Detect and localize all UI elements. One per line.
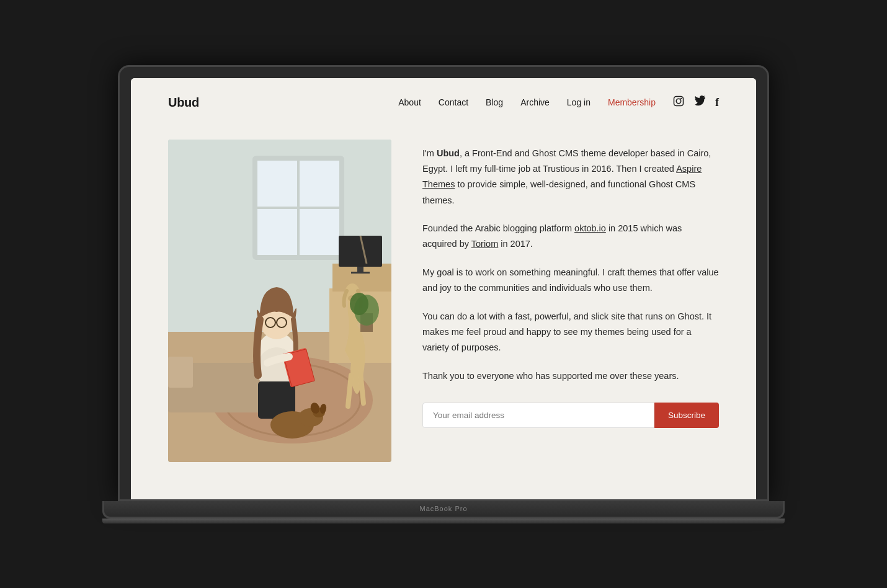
bio-paragraph-4: You can do a lot with a fast, powerful, … xyxy=(422,309,719,356)
svg-line-33 xyxy=(348,375,351,406)
laptop-hinge xyxy=(102,519,785,523)
svg-point-37 xyxy=(350,293,368,315)
nav-link-contact[interactable]: Contact xyxy=(439,97,468,107)
svg-rect-0 xyxy=(674,96,684,105)
laptop-model: MacBook Pro xyxy=(419,505,467,512)
profile-image xyxy=(168,140,391,462)
bio-name-bold: Ubud xyxy=(437,148,460,158)
nav-item-archive[interactable]: Archive xyxy=(520,97,550,108)
nav-item-membership[interactable]: Membership xyxy=(608,97,656,108)
nav-link-blog[interactable]: Blog xyxy=(486,97,503,107)
screen-inner: Ubud About Contact Blog Archive xyxy=(131,78,756,499)
nav-item-login[interactable]: Log in xyxy=(567,97,591,108)
nav-link-about[interactable]: About xyxy=(398,97,421,107)
bio-paragraph-5: Thank you to everyone who has supported … xyxy=(422,368,719,384)
nav-item-about[interactable]: About xyxy=(398,97,421,108)
nav-icons: f xyxy=(673,96,719,110)
svg-rect-16 xyxy=(351,272,370,274)
svg-rect-15 xyxy=(357,267,363,272)
laptop-wrapper: Ubud About Contact Blog Archive xyxy=(102,65,785,523)
twitter-icon[interactable] xyxy=(694,96,705,110)
bio-paragraph-3: My goal is to work on something meaningf… xyxy=(422,265,719,296)
main-content: I'm Ubud, a Front-End and Ghost CMS them… xyxy=(131,127,756,499)
site-logo[interactable]: Ubud xyxy=(168,96,199,110)
aspire-themes-link[interactable]: Aspire Themes xyxy=(422,164,702,189)
bio-paragraph-1: I'm Ubud, a Front-End and Ghost CMS them… xyxy=(422,146,719,209)
nav-link-membership[interactable]: Membership xyxy=(608,97,656,107)
bio-content: I'm Ubud, a Front-End and Ghost CMS them… xyxy=(422,140,719,429)
toriom-link[interactable]: Toriom xyxy=(471,239,499,249)
laptop-screen: Ubud About Contact Blog Archive xyxy=(118,65,769,501)
nav-item-contact[interactable]: Contact xyxy=(439,97,468,108)
nav-links: About Contact Blog Archive Log in xyxy=(398,97,656,108)
svg-point-2 xyxy=(680,97,682,99)
subscribe-form: Subscribe xyxy=(422,403,719,428)
svg-line-34 xyxy=(360,372,363,403)
nav-link-archive[interactable]: Archive xyxy=(520,97,550,107)
svg-point-1 xyxy=(676,99,681,104)
facebook-icon[interactable]: f xyxy=(715,97,719,108)
oktob-link[interactable]: oktob.io xyxy=(574,223,606,233)
instagram-icon[interactable] xyxy=(673,96,684,110)
svg-rect-19 xyxy=(168,357,193,388)
email-input[interactable] xyxy=(422,403,654,428)
svg-rect-14 xyxy=(339,236,382,267)
laptop-base: MacBook Pro xyxy=(102,501,785,519)
site-nav: Ubud About Contact Blog Archive xyxy=(131,78,756,127)
nav-link-login[interactable]: Log in xyxy=(567,97,591,107)
subscribe-button[interactable]: Subscribe xyxy=(654,403,719,428)
nav-item-blog[interactable]: Blog xyxy=(486,97,503,108)
bio-paragraph-2: Founded the Arabic blogging platform okt… xyxy=(422,221,719,252)
